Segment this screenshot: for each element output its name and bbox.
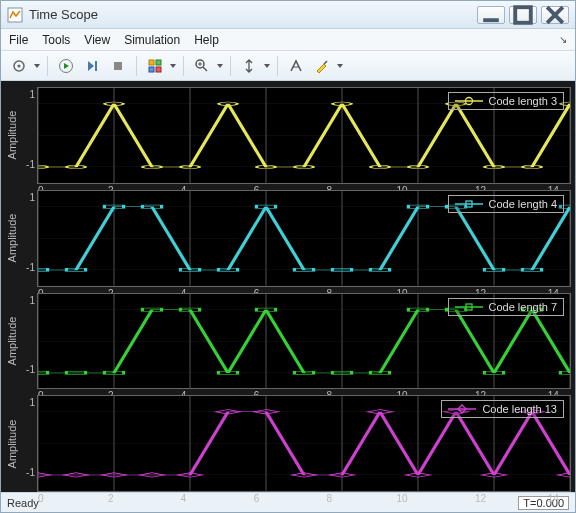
titlebar: Time Scope	[1, 1, 575, 29]
status-ready: Ready	[7, 497, 39, 509]
triggers-button[interactable]	[143, 54, 167, 78]
zoom-dropdown[interactable]	[216, 64, 224, 68]
toolbar	[1, 51, 575, 81]
xtick: 0	[38, 493, 44, 505]
legend-3: Code length 13	[441, 400, 564, 418]
axes-2[interactable]: Code length 7 02468101214	[37, 293, 571, 390]
legend-label: Code length 7	[489, 301, 558, 313]
close-button[interactable]	[541, 6, 569, 24]
window-buttons	[477, 6, 569, 24]
undock-icon[interactable]: ↘	[559, 34, 567, 45]
subplot-3: Amplitude 1-1 Code length 13 02468101214	[5, 395, 571, 492]
ylabel: Amplitude	[5, 395, 19, 492]
svg-rect-1	[515, 7, 531, 23]
window-title: Time Scope	[29, 7, 471, 22]
triggers-dropdown[interactable]	[169, 64, 177, 68]
svg-rect-10	[156, 67, 161, 72]
subplot-0: Amplitude 1-1 Code length 3 02468101214	[5, 87, 571, 184]
svg-rect-6	[114, 62, 122, 70]
svg-rect-5	[95, 61, 97, 71]
menubar: File Tools View Simulation Help ↘	[1, 29, 575, 51]
app-window: Time Scope File Tools View Simulation He…	[0, 0, 576, 513]
settings-dropdown[interactable]	[33, 64, 41, 68]
xtick: 8	[326, 493, 332, 505]
subplot-2: Amplitude 1-1 Code length 7 02468101214	[5, 293, 571, 390]
xtick: 12	[475, 493, 486, 505]
settings-button[interactable]	[7, 54, 31, 78]
svg-rect-9	[149, 67, 154, 72]
menu-help[interactable]: Help	[194, 33, 219, 47]
highlight-button[interactable]	[310, 54, 334, 78]
menu-file[interactable]: File	[9, 33, 28, 47]
xtick: 4	[181, 493, 187, 505]
menu-simulation[interactable]: Simulation	[124, 33, 180, 47]
autoscale-dropdown[interactable]	[263, 64, 271, 68]
measurements-button[interactable]	[284, 54, 308, 78]
yticks: 1-1	[19, 87, 37, 184]
xtick: 14	[548, 493, 559, 505]
yticks: 1-1	[19, 190, 37, 287]
ylabel: Amplitude	[5, 87, 19, 184]
yticks: 1-1	[19, 293, 37, 390]
menu-tools[interactable]: Tools	[42, 33, 70, 47]
svg-rect-7	[149, 60, 154, 65]
plot-area: Amplitude 1-1 Code length 3 02468101214 …	[1, 81, 575, 492]
ylabel: Amplitude	[5, 190, 19, 287]
maximize-button[interactable]	[509, 6, 537, 24]
step-button[interactable]	[80, 54, 104, 78]
autoscale-button[interactable]	[237, 54, 261, 78]
subplot-1: Amplitude 1-1 Code length 4 02468101214	[5, 190, 571, 287]
menu-view[interactable]: View	[84, 33, 110, 47]
svg-rect-8	[156, 60, 161, 65]
minimize-button[interactable]	[477, 6, 505, 24]
zoom-button[interactable]	[190, 54, 214, 78]
stop-button[interactable]	[106, 54, 130, 78]
legend-label: Code length 4	[489, 198, 558, 210]
axes-1[interactable]: Code length 4 02468101214	[37, 190, 571, 287]
yticks: 1-1	[19, 395, 37, 492]
xtick: 10	[397, 493, 408, 505]
legend-0: Code length 3	[448, 92, 565, 110]
xtick: 2	[108, 493, 114, 505]
legend-2: Code length 7	[448, 298, 565, 316]
axes-0[interactable]: Code length 3 02468101214	[37, 87, 571, 184]
axes-3[interactable]: Code length 13 02468101214	[37, 395, 571, 492]
app-icon	[7, 7, 23, 23]
legend-label: Code length 3	[489, 95, 558, 107]
highlight-dropdown[interactable]	[336, 64, 344, 68]
legend-1: Code length 4	[448, 195, 565, 213]
svg-point-3	[18, 64, 21, 67]
ylabel: Amplitude	[5, 293, 19, 390]
legend-label: Code length 13	[482, 403, 557, 415]
xtick: 6	[254, 493, 260, 505]
xticks: 02468101214	[38, 493, 570, 505]
run-button[interactable]	[54, 54, 78, 78]
